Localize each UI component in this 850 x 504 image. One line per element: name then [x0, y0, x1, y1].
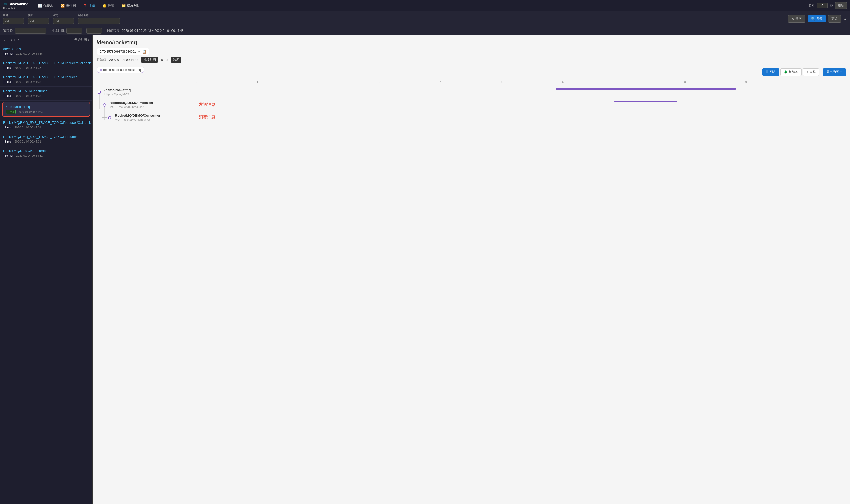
trace-icon: 📍: [83, 4, 87, 7]
span-dot: [103, 104, 106, 107]
app-subtitle: Rocketbot: [3, 7, 29, 10]
trace-list-item[interactable]: RocketMQ/RMQ_SYS_TRACE_TOPIC/Producer/Ca…: [0, 58, 92, 72]
status-select[interactable]: All: [53, 18, 74, 24]
nav-alert[interactable]: 🔔 告警: [99, 2, 117, 10]
nav-metrics[interactable]: 📁 指标对比: [119, 2, 144, 10]
export-button[interactable]: 导出为图片: [823, 68, 846, 76]
trace-list-item[interactable]: /demo/redis 39 ms 2020-01-04 00:44:36: [0, 44, 92, 58]
status-filter-group: 状态 All: [53, 14, 74, 24]
more-button[interactable]: 更多: [828, 15, 841, 23]
span-name: RocketMQ/DEMO/Producer: [110, 101, 188, 105]
trace-list-item-selected[interactable]: /demo/rocketmq 5 ms 2020-01-04 00:44:33: [2, 102, 90, 117]
scale-0: 0: [196, 80, 197, 84]
nav-topology-label: 拓扑图: [66, 3, 76, 8]
copy-icon[interactable]: 📋: [142, 50, 146, 54]
refresh-interval-input[interactable]: 6: [817, 3, 828, 8]
span-row[interactable]: /demo/rocketmq Http → SpringMVC: [97, 86, 846, 98]
clear-icon: ✕: [792, 17, 794, 21]
span-annotation-2: 消费消息: [199, 115, 216, 120]
trace-info-row: 起始点 2020-01-04 00:44:33 持续时间 5 ms 跨度 3: [97, 57, 846, 62]
trace-item-meta: 39 ms 2020-01-04 00:44:36: [3, 52, 89, 55]
service-tag-dot: [100, 69, 102, 71]
more-chevron-icon: ▲: [843, 17, 847, 21]
page-current: 1: [8, 38, 10, 42]
right-panel: /demo/rocketmq 6.70.15780698738540001 ▼ …: [92, 35, 850, 504]
trace-item-meta: 59 ms 2020-01-04 00:44:31: [3, 154, 89, 157]
filter-right-buttons: ✕ 清空 🔍 搜索 更多 ▲: [788, 15, 847, 23]
trace-item-time: 2020-01-04 00:44:33: [15, 80, 41, 84]
nav-dashboard[interactable]: 📊 仪表盘: [35, 2, 56, 10]
nav-alert-label: 告警: [108, 3, 114, 8]
span-row[interactable]: RocketMQ/DEMO/Consumer MQ → rocketMQ-con…: [97, 111, 846, 124]
span-dot: [98, 91, 101, 94]
table-icon: ⊞: [806, 70, 809, 74]
clear-button[interactable]: ✕ 清空: [788, 15, 806, 23]
trace-id-input[interactable]: [15, 28, 46, 34]
trace-item-time: 2020-01-04 00:44:36: [16, 52, 43, 55]
endpoint-filter-label: 端点名称: [78, 14, 120, 17]
endpoint-filter-group: 端点名称: [78, 14, 120, 24]
auto-label: 自动: [809, 3, 815, 8]
trace-list-item[interactable]: RocketMQ/RMQ_SYS_TRACE_TOPIC/Producer 0 …: [0, 72, 92, 87]
span-bar: [556, 88, 736, 90]
instance-filter-label: 实例: [28, 14, 49, 17]
trace-id-label: 追踪ID:: [3, 29, 13, 33]
view-list-button[interactable]: ☰ 列表: [762, 68, 779, 76]
trace-item-badge: 0 ms: [3, 66, 13, 70]
filter-bar-2: 追踪ID: 持续时间: - 时间范围: 2020-01-04 00:29:48 …: [0, 26, 850, 35]
topology-icon: 🔀: [60, 4, 65, 7]
span-name: RocketMQ/DEMO/Consumer: [115, 114, 193, 118]
duration-input-max[interactable]: [86, 28, 102, 34]
service-tag-label: demo-application-rocketmq: [103, 68, 141, 72]
trace-item-badge: 5 ms: [6, 110, 16, 114]
trace-item-time: 2020-01-04 00:44:33: [15, 66, 41, 69]
trace-item-time: 2020-01-04 00:44:33: [15, 94, 41, 97]
search-button[interactable]: 🔍 搜索: [808, 15, 826, 22]
trace-item-name: RocketMQ/RMQ_SYS_TRACE_TOPIC/Producer/Ca…: [3, 121, 89, 125]
alert-icon: 🔔: [103, 4, 107, 7]
duration-filter-label: 持续时间:: [51, 29, 65, 33]
trace-item-badge: 0 ms: [3, 94, 13, 98]
tree-icon: 🌲: [784, 70, 788, 74]
span-bar-empty: [843, 113, 843, 116]
view-buttons: ☰ 列表 🌲 树结构 ⊞ 表格: [762, 68, 819, 76]
trace-item-badge: 0 ms: [3, 80, 13, 84]
trace-spans: /demo/rocketmq Http → SpringMVC: [97, 86, 846, 124]
next-page-button[interactable]: ›: [17, 38, 20, 42]
filter-bar-1: 服务 All 实例 All 状态 All 端点名称 ✕ 清空 🔍 搜索 更多 ▲: [0, 12, 850, 26]
span-dot: [108, 116, 111, 119]
span-bar-track: [221, 114, 846, 115]
duration-label-badge: 持续时间: [141, 57, 158, 62]
instance-select[interactable]: All: [28, 18, 49, 24]
span-row[interactable]: RocketMQ/DEMO/Producer MQ → rocketMQ-pro…: [97, 98, 846, 111]
app-title: Skywalking: [8, 2, 29, 6]
trace-list: /demo/redis 39 ms 2020-01-04 00:44:36 Ro…: [0, 44, 92, 504]
spans-label-badge: 跨度: [171, 57, 181, 62]
service-tag[interactable]: demo-application-rocketmq: [97, 67, 144, 73]
time-range-group: 时间范围: 2020-01-04 00:29:48 ~ 2020-01-04 0…: [107, 29, 184, 33]
service-filter-label: 服务: [3, 14, 24, 17]
trace-list-item[interactable]: RocketMQ/RMQ_SYS_TRACE_TOPIC/Producer/Ca…: [0, 118, 92, 132]
nav-metrics-label: 指标对比: [127, 3, 141, 8]
duration-input[interactable]: [67, 28, 82, 34]
service-select[interactable]: All: [3, 18, 24, 24]
view-table-button[interactable]: ⊞ 表格: [802, 68, 819, 76]
prev-page-button[interactable]: ‹: [3, 38, 6, 42]
scale-5: 5: [501, 80, 503, 84]
time-range-label: 时间范围:: [107, 29, 121, 33]
metrics-icon: 📁: [122, 4, 126, 7]
refresh-button[interactable]: 刷新: [835, 2, 847, 9]
list-icon: ☰: [766, 70, 769, 74]
view-tree-button[interactable]: 🌲 树结构: [780, 68, 801, 76]
trace-list-item[interactable]: RocketMQ/DEMO/Consumer 59 ms 2020-01-04 …: [0, 146, 92, 160]
nav-topology[interactable]: 🔀 拓扑图: [57, 2, 79, 10]
trace-list-item[interactable]: RocketMQ/RMQ_SYS_TRACE_TOPIC/Producer 3 …: [0, 132, 92, 146]
scale-3: 3: [379, 80, 380, 84]
span-bar-section: [201, 88, 846, 90]
sort-label[interactable]: 开始时间 ↓: [74, 37, 89, 42]
scale-1: 1: [257, 80, 258, 84]
seconds-label: 秒: [830, 3, 833, 8]
nav-trace[interactable]: 📍 追踪: [80, 2, 98, 10]
endpoint-input[interactable]: [78, 18, 120, 24]
trace-list-item[interactable]: RocketMQ/DEMO/Consumer 0 ms 2020-01-04 0…: [0, 87, 92, 101]
